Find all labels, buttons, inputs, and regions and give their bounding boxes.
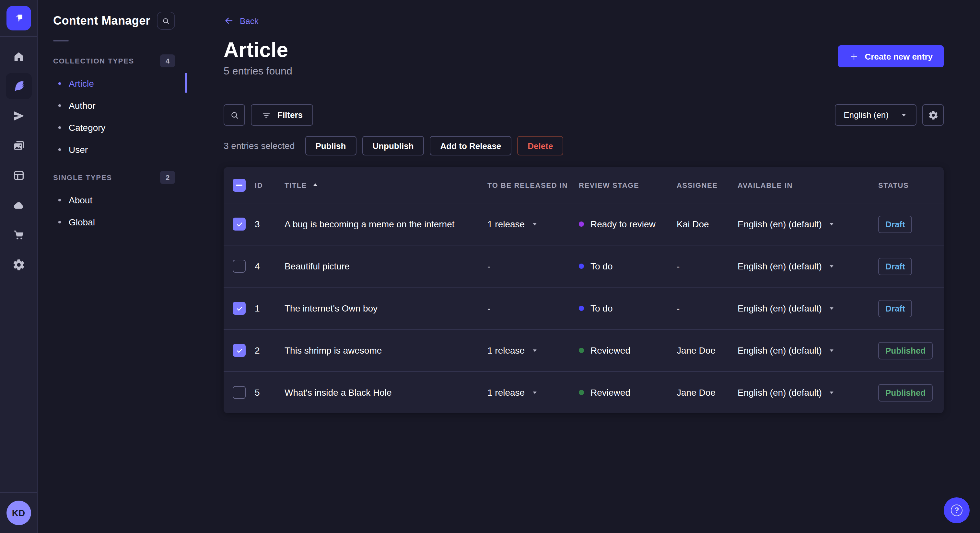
media-library-icon[interactable] — [5, 133, 32, 159]
delete-button[interactable]: Delete — [517, 136, 563, 155]
stage-label: Reviewed — [590, 345, 630, 355]
release-count: 1 release — [487, 219, 525, 229]
home-icon[interactable] — [5, 43, 32, 69]
subnav-item-user[interactable]: User — [38, 139, 187, 160]
row-checkbox[interactable] — [233, 260, 246, 273]
chevron-down-icon — [828, 389, 835, 396]
stage-dot-icon — [579, 306, 584, 311]
arrow-left-icon — [224, 16, 234, 26]
stage-dot-icon — [579, 390, 584, 395]
bullet-icon — [58, 82, 61, 85]
locale-select[interactable]: English (en) — [835, 104, 916, 125]
cell-to-be-released-in[interactable]: - — [487, 303, 579, 314]
stage-dot-icon — [579, 263, 584, 269]
select-all-checkbox[interactable] — [233, 178, 246, 191]
settings-gear-icon[interactable] — [5, 252, 32, 278]
bullet-icon — [58, 126, 61, 129]
release-count: 1 release — [487, 345, 525, 355]
strapi-logo-icon[interactable] — [6, 6, 31, 30]
cell-to-be-released-in[interactable]: - — [487, 261, 579, 271]
row-checkbox[interactable] — [233, 217, 246, 230]
status-badge: Draft — [878, 257, 912, 275]
cell-review-stage: Reviewed — [579, 387, 677, 398]
available-locale: English (en) (default) — [738, 261, 822, 271]
column-header-title[interactable]: TITLE — [285, 181, 487, 189]
chevron-down-icon — [531, 221, 538, 227]
unpublish-button[interactable]: Unpublish — [362, 136, 424, 155]
cloud-icon[interactable] — [5, 192, 32, 218]
subnav-section: COLLECTION TYPES 4 Article Author Catego… — [38, 49, 187, 160]
user-avatar[interactable]: KD — [6, 501, 31, 525]
search-icon — [229, 110, 240, 120]
nav-item-label: User — [69, 144, 88, 155]
paper-plane-icon[interactable] — [5, 103, 32, 129]
stage-label: Ready to review — [590, 219, 655, 229]
check-icon — [235, 346, 243, 355]
cell-review-stage: To do — [579, 303, 677, 314]
table-row[interactable]: 1 The internet's Own boy - To do - Engli… — [224, 287, 944, 329]
back-link[interactable]: Back — [224, 16, 259, 26]
subnav-divider — [53, 40, 69, 41]
table-row[interactable]: 2 This shrimp is awesome 1 release Revie… — [224, 329, 944, 371]
column-header-to-be-released-in[interactable]: TO BE RELEASED IN — [487, 181, 579, 189]
content-type-builder-icon[interactable] — [5, 163, 32, 189]
bullet-icon — [58, 148, 61, 151]
rail-bottom: KD — [0, 492, 37, 533]
view-settings-button[interactable] — [922, 104, 944, 125]
create-new-entry-button[interactable]: Create new entry — [838, 45, 944, 67]
section-label: SINGLE TYPES — [53, 174, 112, 181]
row-checkbox[interactable] — [233, 386, 246, 399]
subnav-item-article[interactable]: Article — [38, 73, 187, 95]
search-entries-button[interactable] — [224, 104, 245, 125]
bullet-icon — [58, 104, 61, 107]
cell-to-be-released-in[interactable]: 1 release — [487, 219, 579, 229]
feather-icon[interactable] — [5, 73, 32, 99]
add-to-release-button[interactable]: Add to Release — [430, 136, 511, 155]
cell-review-stage: Reviewed — [579, 345, 677, 355]
table-row[interactable]: 4 Beautiful picture - To do - English (e… — [224, 245, 944, 287]
main-content: Back Article 5 entries found Create new … — [187, 0, 980, 533]
section-count-badge: 2 — [160, 171, 175, 184]
column-header-review-stage[interactable]: REVIEW STAGE — [579, 181, 677, 189]
sort-asc-icon — [312, 181, 318, 189]
table-row[interactable]: 3 A bug is becoming a meme on the intern… — [224, 203, 944, 245]
cell-assignee: - — [677, 303, 738, 314]
status-badge: Draft — [878, 215, 912, 233]
subnav-item-about[interactable]: About — [38, 189, 187, 211]
cell-available-in[interactable]: English (en) (default) — [738, 345, 878, 355]
chevron-down-icon — [828, 221, 835, 227]
filters-button[interactable]: Filters — [251, 104, 313, 125]
cell-available-in[interactable]: English (en) (default) — [738, 219, 878, 229]
subnav-item-global[interactable]: Global — [38, 211, 187, 233]
column-header-status[interactable]: STATUS — [878, 181, 944, 189]
subnav-search-button[interactable] — [157, 12, 175, 30]
cell-title: This shrimp is awesome — [285, 345, 487, 355]
row-checkbox[interactable] — [233, 302, 246, 315]
column-header-assignee[interactable]: ASSIGNEE — [677, 181, 738, 189]
cell-available-in[interactable]: English (en) (default) — [738, 303, 878, 314]
bullet-icon — [58, 199, 61, 201]
cell-title: Beautiful picture — [285, 261, 487, 271]
plus-icon — [849, 51, 859, 61]
publish-button[interactable]: Publish — [305, 136, 356, 155]
row-checkbox[interactable] — [233, 344, 246, 357]
column-header-available-in[interactable]: AVAILABLE IN — [738, 181, 878, 189]
column-header-id[interactable]: ID — [255, 181, 285, 189]
cell-to-be-released-in[interactable]: 1 release — [487, 387, 579, 398]
cell-assignee: Jane Doe — [677, 387, 738, 398]
help-button[interactable]: ? — [944, 497, 970, 523]
stage-label: To do — [590, 261, 613, 271]
content-manager-subnav: Content Manager COLLECTION TYPES 4 Artic… — [38, 0, 187, 533]
bullet-icon — [58, 221, 61, 224]
cell-to-be-released-in[interactable]: 1 release — [487, 345, 579, 355]
filter-icon — [261, 110, 272, 120]
section-count-badge: 4 — [160, 54, 175, 67]
marketplace-cart-icon[interactable] — [5, 222, 32, 248]
entries-table: ID TITLE TO BE RELEASED IN REVIEW STAGE … — [224, 167, 944, 413]
subnav-item-author[interactable]: Author — [38, 95, 187, 117]
status-badge: Draft — [878, 300, 912, 317]
cell-available-in[interactable]: English (en) (default) — [738, 261, 878, 271]
subnav-item-category[interactable]: Category — [38, 117, 187, 139]
table-row[interactable]: 5 What's inside a Black Hole 1 release R… — [224, 371, 944, 413]
cell-available-in[interactable]: English (en) (default) — [738, 387, 878, 398]
